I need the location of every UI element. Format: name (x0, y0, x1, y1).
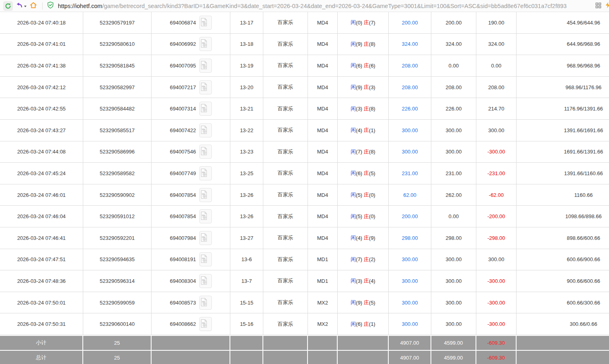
cell-balance: 968.96/1176.96 (517, 77, 609, 98)
player-label: 闲 (351, 41, 356, 48)
cell-game-name: 百家乐 (263, 55, 308, 76)
banker-label: 庄 (364, 19, 369, 26)
cell-game-number: 694007422 (152, 120, 230, 141)
cell-bet-time: 2026-03-24 07:43:27 (0, 120, 83, 141)
cell-bet-amount[interactable]: 208.00 (389, 77, 431, 98)
cell-bet-amount[interactable]: 231.00 (389, 163, 431, 184)
refresh-icon (3, 1, 13, 11)
cell-bet-amount[interactable]: 300.00 (389, 120, 431, 141)
banker-label: 庄 (364, 84, 369, 91)
cell-balance: 600.66/900.66 (517, 249, 609, 270)
cell-bet-id: 523290582997 (83, 77, 152, 98)
cell-win-loss: 208.00 (476, 77, 517, 98)
video-record-button[interactable] (199, 80, 212, 94)
player-label: 闲 (351, 321, 356, 328)
player-label: 闲 (351, 105, 356, 112)
video-record-button[interactable] (199, 102, 212, 116)
video-record-button[interactable] (199, 166, 212, 180)
banker-label: 庄 (364, 299, 369, 306)
cell-bet-amount[interactable]: 62.00 (389, 184, 431, 206)
cell-bet-amount[interactable]: 300.00 (389, 270, 431, 292)
cell-bet-time: 2026-03-24 07:41:01 (0, 34, 83, 55)
player-points: (3) (356, 106, 364, 112)
cell-game-number: 694008573 (152, 292, 230, 313)
cell-game-result: 闲(3) 庄(4) (338, 270, 389, 292)
video-record-icon (199, 276, 208, 286)
back-arrow-icon (15, 2, 23, 10)
cell-table-number: 13-25 (230, 163, 263, 184)
cell-table-number: 13-18 (230, 34, 263, 55)
banker-label: 庄 (364, 148, 369, 155)
cell-game-result: 闲(5) 庄(0) (338, 184, 389, 206)
video-record-button[interactable] (199, 317, 212, 331)
banker-points: (9) (369, 235, 375, 241)
summary-winloss-total: -609.30 (476, 351, 517, 364)
banker-points: (8) (369, 106, 375, 112)
qr-code-icon[interactable] (595, 2, 601, 10)
cell-game-number: 694007217 (152, 77, 230, 98)
cell-table-number: 13-27 (230, 227, 263, 249)
cell-win-loss: -300.00 (476, 313, 517, 335)
video-record-button[interactable] (199, 37, 212, 51)
cell-bet-amount[interactable]: 208.00 (389, 55, 431, 76)
address-bar-url[interactable]: https://iohetf.com/game/betrecord_search… (58, 3, 567, 9)
cell-game-result: 闲(4) 庄(1) (338, 120, 389, 141)
cell-balance: 900.66/600.66 (517, 270, 609, 292)
cell-bet-amount[interactable]: 226.00 (389, 98, 431, 119)
cell-bet-amount[interactable]: 300.00 (389, 292, 431, 313)
cell-bet-time: 2026-03-24 07:45:24 (0, 163, 83, 184)
cell-bet-amount[interactable]: 200.00 (389, 206, 431, 227)
player-points: (7) (356, 149, 364, 155)
back-button[interactable] (15, 2, 27, 10)
player-points: (9) (356, 300, 364, 306)
cell-bet-time: 2026-03-24 07:46:04 (0, 206, 83, 227)
cell-bet-amount[interactable]: 298.00 (389, 227, 431, 249)
refresh-button[interactable] (3, 1, 13, 11)
back-dropdown-caret-icon[interactable] (24, 3, 27, 9)
video-record-icon (199, 319, 208, 329)
video-record-button[interactable] (199, 209, 212, 223)
cell-valid-amount: 208.00 (431, 77, 476, 98)
video-record-button[interactable] (199, 16, 212, 30)
cell-bet-id: 523290584482 (83, 98, 152, 119)
cell-win-loss: -300.00 (476, 270, 517, 292)
player-points: (5) (356, 213, 364, 219)
video-record-button[interactable] (199, 274, 212, 288)
cell-bet-time: 2026-03-24 07:50:01 (0, 292, 83, 313)
site-safety-shield-icon[interactable] (47, 1, 54, 10)
cell-bet-amount[interactable]: 300.00 (389, 313, 431, 335)
video-record-icon (199, 254, 208, 265)
banker-label: 庄 (364, 321, 369, 328)
game-number-text: 694006992 (170, 41, 196, 47)
player-label: 闲 (351, 84, 356, 91)
banker-label: 庄 (364, 105, 369, 112)
summary-label: 总计 (0, 351, 83, 364)
banker-points: (5) (369, 300, 375, 306)
game-number-text: 694007422 (170, 127, 196, 133)
bet-records-rows: 2026-03-24 07:40:18523290579197694006874… (0, 12, 609, 335)
banker-points: (0) (369, 192, 375, 198)
cell-game-number: 694006992 (152, 34, 230, 55)
video-record-button[interactable] (199, 59, 212, 73)
cell-bet-amount[interactable]: 300.00 (389, 141, 431, 163)
video-record-button[interactable] (199, 252, 212, 266)
cell-room-code: MD4 (308, 12, 338, 33)
video-record-button[interactable] (199, 145, 212, 159)
video-record-button[interactable] (199, 231, 212, 245)
game-number-text: 694007314 (170, 106, 196, 112)
video-record-button[interactable] (199, 296, 212, 310)
home-button[interactable] (29, 1, 37, 10)
lightning-icon[interactable] (604, 2, 609, 10)
cell-game-number: 694006874 (152, 12, 230, 33)
cell-bet-amount[interactable]: 200.00 (389, 12, 431, 33)
summary-empty-result (338, 336, 389, 350)
cell-game-name: 百家乐 (263, 141, 308, 163)
cell-bet-amount[interactable]: 324.00 (389, 34, 431, 55)
video-record-button[interactable] (199, 188, 212, 202)
cell-bet-amount[interactable]: 300.00 (389, 249, 431, 270)
video-record-button[interactable] (199, 123, 212, 137)
cell-game-number: 694008304 (152, 270, 230, 292)
cell-game-name: 百家乐 (263, 184, 308, 206)
cell-valid-amount: 0.00 (431, 55, 476, 76)
cell-game-result: 闲(6) 庄(6) (338, 55, 389, 76)
